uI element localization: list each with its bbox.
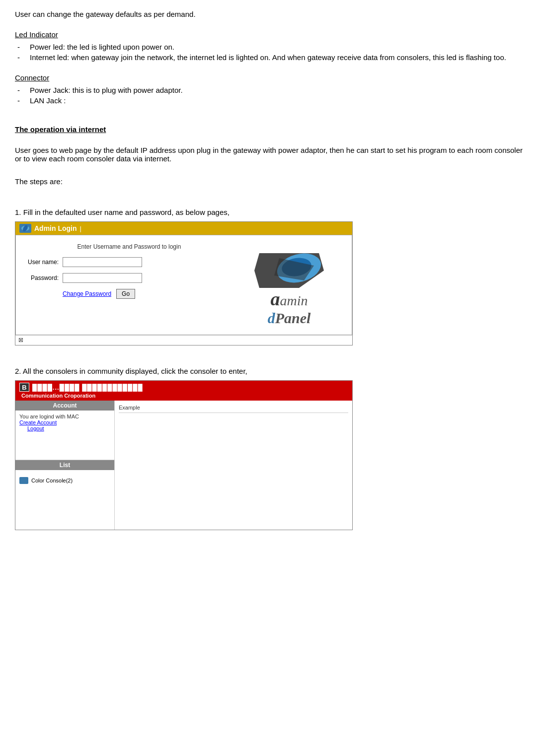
ss2-logout-link[interactable]: Logout xyxy=(27,425,110,431)
password-row: Password: xyxy=(24,273,234,283)
operation-section: The operation via internet User goes to … xyxy=(15,125,525,530)
admin-login-bar: Admin Login | xyxy=(15,222,352,235)
logo-panel-text: dPanel xyxy=(268,310,311,327)
login-subtitle: Enter Username and Password to login xyxy=(24,243,234,250)
ss2-title-row: B ████...████ ████████████ xyxy=(19,383,348,392)
change-password-link[interactable]: Change Password xyxy=(63,290,111,297)
logo-text: aamin xyxy=(271,288,308,310)
username-row: User name: xyxy=(24,257,234,267)
admin-login-screenshot: Admin Login | Enter Username and Passwor… xyxy=(15,221,353,345)
led-internet-item: - Internet led: when gateway join the ne… xyxy=(15,53,525,62)
ss2-list-header: List xyxy=(15,460,114,470)
connector-powerjack-text: Power Jack: this is to plug with power a… xyxy=(30,86,525,94)
admin-login-body: Enter Username and Password to login Use… xyxy=(15,235,352,335)
admin-login-pipe: | xyxy=(80,225,81,232)
connector-powerjack-item: - Power Jack: this is to plug with power… xyxy=(15,86,525,94)
step1-label: 1. Fill in the defaulted user name and p… xyxy=(15,208,525,216)
ss2-console-item[interactable]: Color Console(2) xyxy=(19,477,110,484)
bullet-dash-4: - xyxy=(15,96,30,105)
intro-text: User can change the gateway defaults as … xyxy=(15,10,525,18)
ss2-example-header: Example xyxy=(119,405,348,413)
password-label: Password: xyxy=(24,275,59,281)
bullet-dash-3: - xyxy=(15,86,30,94)
led-indicator-section: Led Indicator - Power led: the led is li… xyxy=(15,30,525,62)
username-input[interactable] xyxy=(63,257,142,267)
logo-panel-word: Panel xyxy=(275,310,311,326)
led-indicator-heading: Led Indicator xyxy=(15,30,58,39)
admin-login-title: Admin Login xyxy=(34,224,77,232)
ss2-main: Example xyxy=(115,401,352,530)
logo-amin-text: amin xyxy=(280,293,308,308)
connector-lanjack-text: LAN Jack : xyxy=(30,96,525,105)
ss2-body: Account You are logind with MAC Create A… xyxy=(15,401,352,530)
ss2-title-text: ████...████ ████████████ xyxy=(32,384,143,391)
form-buttons: Change Password Go xyxy=(63,289,234,299)
password-input[interactable] xyxy=(63,273,142,283)
ss2-console-icon xyxy=(19,477,28,484)
operation-para1: User goes to web page by the default IP … xyxy=(15,146,525,163)
connector-heading: Connector xyxy=(15,73,49,82)
ss2-subtitle: Communication Croporation xyxy=(19,393,348,399)
logo-d-letter: d xyxy=(268,310,275,326)
intro-section: User can change the gateway defaults as … xyxy=(15,10,525,18)
ss2-console-label: Color Console(2) xyxy=(31,478,73,483)
ss2-sidebar: Account You are logind with MAC Create A… xyxy=(15,401,115,530)
screenshot-footer: ☒ xyxy=(15,335,352,345)
go-button[interactable]: Go xyxy=(116,289,135,299)
logo-a-text: a xyxy=(271,288,280,309)
steps-intro: The steps are: xyxy=(15,177,525,186)
operation-heading-wrapper: The operation via internet xyxy=(15,125,525,137)
operation-heading: The operation via internet xyxy=(15,125,106,134)
ss2-list-content: Color Console(2) xyxy=(15,470,114,530)
login-logo-area: aamin dPanel xyxy=(234,243,344,327)
connector-section: Connector - Power Jack: this is to plug … xyxy=(15,73,525,105)
bullet-dash: - xyxy=(15,43,30,51)
username-label: User name: xyxy=(24,259,59,266)
ss2-create-account-link[interactable]: Create Account xyxy=(19,419,110,425)
community-screenshot: B ████...████ ████████████ Communication… xyxy=(15,380,353,530)
ss2-account-header: Account xyxy=(15,401,114,411)
ss2-account-info: You are logind with MAC Create Account L… xyxy=(15,411,114,460)
ss2-header: B ████...████ ████████████ Communication… xyxy=(15,381,352,401)
bullet-dash-2: - xyxy=(15,53,30,62)
connector-lanjack-item: - LAN Jack : xyxy=(15,96,525,105)
led-power-item: - Power led: the led is lighted upon pow… xyxy=(15,43,525,51)
ss2-b-icon: B xyxy=(19,383,29,392)
admin-login-bar-icon xyxy=(19,224,31,233)
step2-label: 2. All the consolers in community displa… xyxy=(15,367,525,375)
led-power-text: Power led: the led is lighted upon power… xyxy=(30,43,525,51)
x-icon: ☒ xyxy=(18,337,23,343)
login-form-area: Enter Username and Password to login Use… xyxy=(24,243,234,299)
logo-graphic xyxy=(249,248,329,293)
led-internet-text: Internet led: when gateway join the netw… xyxy=(30,53,525,62)
ss2-b-label: B xyxy=(22,384,26,391)
ss2-account-info1: You are logind with MAC xyxy=(19,413,79,419)
